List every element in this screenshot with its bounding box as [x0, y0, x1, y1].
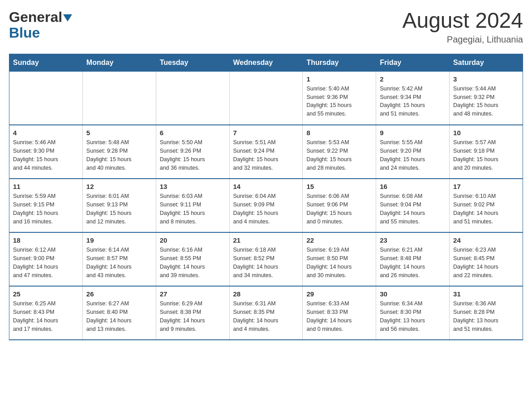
day-info: Sunrise: 6:19 AM Sunset: 8:50 PM Dayligh…: [306, 246, 372, 279]
day-info: Sunrise: 6:03 AM Sunset: 9:11 PM Dayligh…: [160, 192, 226, 226]
logo-triangle-icon: [63, 14, 72, 21]
calendar-cell: 6Sunrise: 5:50 AM Sunset: 9:26 PM Daylig…: [156, 125, 229, 179]
day-info: Sunrise: 6:10 AM Sunset: 9:02 PM Dayligh…: [453, 192, 519, 226]
calendar-cell: 30Sunrise: 6:34 AM Sunset: 8:30 PM Dayli…: [376, 286, 450, 340]
calendar-cell: 14Sunrise: 6:04 AM Sunset: 9:09 PM Dayli…: [229, 179, 303, 232]
day-number: 11: [13, 183, 79, 190]
calendar-cell: 19Sunrise: 6:14 AM Sunset: 8:57 PM Dayli…: [82, 232, 156, 286]
day-info: Sunrise: 5:53 AM Sunset: 9:22 PM Dayligh…: [306, 138, 372, 172]
day-info: Sunrise: 5:44 AM Sunset: 9:32 PM Dayligh…: [453, 85, 519, 118]
page-header: General Blue August 2024 Pagegiai, Lithu…: [9, 9, 523, 45]
day-number: 16: [380, 183, 446, 190]
calendar-week-1: 1Sunrise: 5:40 AM Sunset: 9:36 PM Daylig…: [9, 71, 523, 125]
calendar-cell: 22Sunrise: 6:19 AM Sunset: 8:50 PM Dayli…: [303, 232, 376, 286]
weekday-header-friday: Friday: [376, 54, 450, 71]
day-number: 12: [86, 183, 152, 190]
day-number: 19: [86, 236, 152, 244]
calendar-cell: 10Sunrise: 5:57 AM Sunset: 9:18 PM Dayli…: [450, 125, 523, 179]
weekday-header-saturday: Saturday: [450, 54, 523, 71]
day-number: 28: [233, 290, 299, 298]
weekday-header-tuesday: Tuesday: [156, 54, 229, 71]
calendar-cell: [82, 71, 156, 125]
day-info: Sunrise: 5:48 AM Sunset: 9:28 PM Dayligh…: [86, 138, 152, 172]
day-info: Sunrise: 6:21 AM Sunset: 8:48 PM Dayligh…: [380, 246, 446, 279]
day-info: Sunrise: 6:25 AM Sunset: 8:43 PM Dayligh…: [13, 300, 79, 333]
day-info: Sunrise: 6:06 AM Sunset: 9:06 PM Dayligh…: [306, 192, 372, 226]
day-number: 10: [453, 129, 519, 137]
weekday-header-sunday: Sunday: [9, 54, 83, 71]
day-info: Sunrise: 5:40 AM Sunset: 9:36 PM Dayligh…: [306, 85, 372, 118]
day-number: 7: [233, 129, 299, 137]
day-info: Sunrise: 6:31 AM Sunset: 8:35 PM Dayligh…: [233, 300, 299, 333]
day-number: 17: [453, 183, 519, 190]
calendar-cell: 27Sunrise: 6:29 AM Sunset: 8:38 PM Dayli…: [156, 286, 229, 340]
day-number: 22: [306, 236, 372, 244]
calendar-cell: 20Sunrise: 6:16 AM Sunset: 8:55 PM Dayli…: [156, 232, 229, 286]
day-info: Sunrise: 5:51 AM Sunset: 9:24 PM Dayligh…: [233, 138, 299, 172]
day-number: 5: [86, 129, 152, 137]
calendar-cell: 28Sunrise: 6:31 AM Sunset: 8:35 PM Dayli…: [229, 286, 303, 340]
calendar-cell: [229, 71, 303, 125]
day-info: Sunrise: 5:57 AM Sunset: 9:18 PM Dayligh…: [453, 138, 519, 172]
calendar-cell: 18Sunrise: 6:12 AM Sunset: 9:00 PM Dayli…: [9, 232, 83, 286]
calendar-cell: 8Sunrise: 5:53 AM Sunset: 9:22 PM Daylig…: [303, 125, 376, 179]
day-number: 3: [453, 75, 519, 83]
calendar-cell: 13Sunrise: 6:03 AM Sunset: 9:11 PM Dayli…: [156, 179, 229, 232]
calendar-cell: 12Sunrise: 6:01 AM Sunset: 9:13 PM Dayli…: [82, 179, 156, 232]
calendar-week-3: 11Sunrise: 5:59 AM Sunset: 9:15 PM Dayli…: [9, 179, 523, 232]
day-info: Sunrise: 6:36 AM Sunset: 8:28 PM Dayligh…: [453, 300, 519, 333]
calendar-cell: [9, 71, 83, 125]
day-number: 30: [380, 290, 446, 298]
calendar-cell: 16Sunrise: 6:08 AM Sunset: 9:04 PM Dayli…: [376, 179, 450, 232]
day-number: 14: [233, 183, 299, 190]
day-number: 6: [160, 129, 226, 137]
calendar-cell: 2Sunrise: 5:42 AM Sunset: 9:34 PM Daylig…: [376, 71, 450, 125]
calendar-cell: 17Sunrise: 6:10 AM Sunset: 9:02 PM Dayli…: [450, 179, 523, 232]
day-number: 1: [306, 75, 372, 83]
day-number: 27: [160, 290, 226, 298]
day-info: Sunrise: 6:29 AM Sunset: 8:38 PM Dayligh…: [160, 300, 226, 333]
day-number: 24: [453, 236, 519, 244]
day-number: 25: [13, 290, 79, 298]
day-info: Sunrise: 6:34 AM Sunset: 8:30 PM Dayligh…: [380, 300, 446, 333]
day-info: Sunrise: 5:42 AM Sunset: 9:34 PM Dayligh…: [380, 85, 446, 118]
weekday-header-thursday: Thursday: [303, 54, 376, 71]
day-number: 13: [160, 183, 226, 190]
day-info: Sunrise: 5:55 AM Sunset: 9:20 PM Dayligh…: [380, 138, 446, 172]
weekday-header-row: SundayMondayTuesdayWednesdayThursdayFrid…: [9, 54, 523, 71]
calendar-cell: [156, 71, 229, 125]
calendar-cell: 5Sunrise: 5:48 AM Sunset: 9:28 PM Daylig…: [82, 125, 156, 179]
month-year-title: August 2024: [402, 9, 523, 33]
logo-general-word: General: [9, 9, 62, 26]
calendar-cell: 3Sunrise: 5:44 AM Sunset: 9:32 PM Daylig…: [450, 71, 523, 125]
calendar-cell: 29Sunrise: 6:33 AM Sunset: 8:33 PM Dayli…: [303, 286, 376, 340]
day-info: Sunrise: 6:23 AM Sunset: 8:45 PM Dayligh…: [453, 246, 519, 279]
day-number: 21: [233, 236, 299, 244]
calendar-cell: 1Sunrise: 5:40 AM Sunset: 9:36 PM Daylig…: [303, 71, 376, 125]
day-info: Sunrise: 6:18 AM Sunset: 8:52 PM Dayligh…: [233, 246, 299, 279]
logo: General Blue: [9, 9, 72, 40]
calendar-cell: 21Sunrise: 6:18 AM Sunset: 8:52 PM Dayli…: [229, 232, 303, 286]
day-info: Sunrise: 6:16 AM Sunset: 8:55 PM Dayligh…: [160, 246, 226, 279]
day-info: Sunrise: 6:12 AM Sunset: 9:00 PM Dayligh…: [13, 246, 79, 279]
location-label: Pagegiai, Lithuania: [402, 34, 523, 45]
day-info: Sunrise: 6:08 AM Sunset: 9:04 PM Dayligh…: [380, 192, 446, 226]
calendar-cell: 9Sunrise: 5:55 AM Sunset: 9:20 PM Daylig…: [376, 125, 450, 179]
day-number: 18: [13, 236, 79, 244]
day-number: 31: [453, 290, 519, 298]
day-number: 29: [306, 290, 372, 298]
day-number: 4: [13, 129, 79, 137]
calendar-cell: 23Sunrise: 6:21 AM Sunset: 8:48 PM Dayli…: [376, 232, 450, 286]
calendar-cell: 25Sunrise: 6:25 AM Sunset: 8:43 PM Dayli…: [9, 286, 83, 340]
day-number: 20: [160, 236, 226, 244]
calendar-cell: 15Sunrise: 6:06 AM Sunset: 9:06 PM Dayli…: [303, 179, 376, 232]
calendar-cell: 31Sunrise: 6:36 AM Sunset: 8:28 PM Dayli…: [450, 286, 523, 340]
calendar-week-4: 18Sunrise: 6:12 AM Sunset: 9:00 PM Dayli…: [9, 232, 523, 286]
day-info: Sunrise: 6:27 AM Sunset: 8:40 PM Dayligh…: [86, 300, 152, 333]
day-info: Sunrise: 6:33 AM Sunset: 8:33 PM Dayligh…: [306, 300, 372, 333]
day-info: Sunrise: 6:14 AM Sunset: 8:57 PM Dayligh…: [86, 246, 152, 279]
day-info: Sunrise: 5:50 AM Sunset: 9:26 PM Dayligh…: [160, 138, 226, 172]
calendar-cell: 24Sunrise: 6:23 AM Sunset: 8:45 PM Dayli…: [450, 232, 523, 286]
title-section: August 2024 Pagegiai, Lithuania: [402, 9, 523, 45]
day-info: Sunrise: 6:04 AM Sunset: 9:09 PM Dayligh…: [233, 192, 299, 226]
